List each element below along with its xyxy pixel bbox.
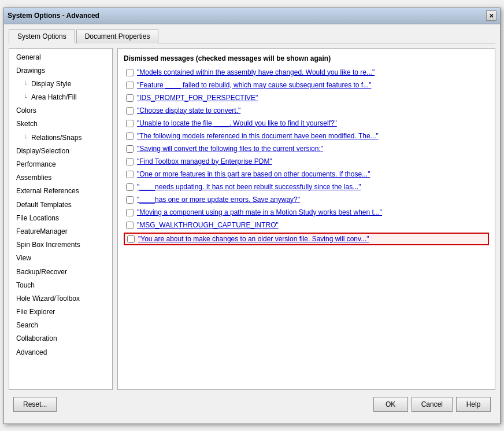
window-title: System Options - Advanced (8, 12, 99, 20)
sidebar-item-hole-wizard[interactable]: Hole Wizard/Toolbox (9, 292, 112, 305)
main-panel: Dismissed messages (checked messages wil… (117, 48, 495, 390)
message-item-5: "The following models referenced in this… (124, 131, 489, 141)
message-text-6[interactable]: "Saving will convert the following files… (137, 145, 323, 153)
tree-icon: └ (23, 134, 30, 143)
message-text-13[interactable]: "You are about to make changes to an old… (138, 235, 369, 243)
message-text-2[interactable]: "IDS_PROMPT_FOR_PERSPECTIVE" (137, 94, 258, 102)
message-item-3: "Choose display state to convert." (124, 105, 489, 116)
message-item-7: "Find Toolbox managed by Enterprise PDM" (124, 156, 489, 167)
message-text-10[interactable]: "____has one or more update errors. Save… (137, 196, 300, 204)
message-text-8[interactable]: "One or more features in this part are b… (137, 170, 370, 178)
content-area: General Drawings └Display Style └Area Ha… (9, 48, 495, 390)
message-item-4: "Unable to locate the file ____. Would y… (124, 118, 489, 128)
sidebar-item-spin-box[interactable]: Spin Box Increments (9, 238, 112, 252)
message-checkbox-3[interactable] (126, 107, 134, 115)
message-checkbox-2[interactable] (126, 94, 134, 102)
message-text-1[interactable]: "Feature ____ failed to rebuild, which m… (137, 81, 371, 89)
message-checkbox-10[interactable] (126, 196, 134, 204)
message-text-9[interactable]: "____needs updating. It has not been reb… (137, 183, 361, 191)
message-checkbox-1[interactable] (126, 82, 134, 89)
main-panel-title: Dismissed messages (checked messages wil… (124, 54, 489, 62)
reset-button[interactable]: Reset... (13, 397, 57, 412)
sidebar-item-search[interactable]: Search (9, 319, 112, 332)
sidebar-item-relations-snaps[interactable]: └Relations/Snaps (9, 131, 112, 145)
message-checkbox-13[interactable] (127, 235, 135, 243)
message-checkbox-5[interactable] (126, 132, 134, 140)
message-checkbox-9[interactable] (126, 183, 134, 191)
sidebar-item-colors[interactable]: Colors (9, 104, 112, 117)
message-checkbox-7[interactable] (126, 158, 134, 165)
tab-document-properties[interactable]: Document Properties (76, 30, 159, 43)
sidebar-item-file-explorer[interactable]: File Explorer (9, 305, 112, 319)
sidebar-item-advanced[interactable]: Advanced (9, 346, 112, 359)
message-item-9: "____needs updating. It has not been reb… (124, 182, 489, 192)
message-text-4[interactable]: "Unable to locate the file ____. Would y… (137, 119, 337, 127)
message-item-2: "IDS_PROMPT_FOR_PERSPECTIVE" (124, 93, 489, 103)
message-checkbox-4[interactable] (126, 120, 134, 127)
tree-icon: └ (23, 80, 30, 89)
sidebar-item-performance[interactable]: Performance (9, 158, 112, 171)
tab-system-options[interactable]: System Options (9, 30, 75, 43)
message-item-11: "Moving a component using a path mate in… (124, 207, 489, 218)
window-body: System Options Document Properties Gener… (4, 24, 500, 423)
sidebar-item-file-locations[interactable]: File Locations (9, 212, 112, 225)
message-item-1: "Feature ____ failed to rebuild, which m… (124, 80, 489, 90)
sidebar-item-backup-recover[interactable]: Backup/Recover (9, 266, 112, 279)
messages-list: "Models contained within the assembly ha… (124, 67, 489, 248)
tree-icon: └ (23, 93, 30, 102)
sidebar-item-display-selection[interactable]: Display/Selection (9, 145, 112, 158)
message-checkbox-6[interactable] (126, 145, 134, 153)
bottom-bar: Reset... OK Cancel Help (9, 390, 495, 419)
message-text-0[interactable]: "Models contained within the assembly ha… (137, 68, 375, 76)
message-item-13: "You are about to make changes to an old… (124, 233, 489, 245)
message-text-7[interactable]: "Find Toolbox managed by Enterprise PDM" (137, 157, 272, 165)
sidebar-item-sketch[interactable]: Sketch (9, 117, 112, 131)
message-item-0: "Models contained within the assembly ha… (124, 67, 489, 78)
sidebar-item-collaboration[interactable]: Collaboration (9, 332, 112, 345)
message-text-3[interactable]: "Choose display state to convert." (137, 106, 240, 115)
sidebar-item-default-templates[interactable]: Default Templates (9, 198, 112, 212)
message-text-12[interactable]: "MSG_WALKTHROUGH_CAPTURE_INTRO" (137, 221, 279, 229)
message-text-11[interactable]: "Moving a component using a path mate in… (137, 208, 382, 216)
message-checkbox-12[interactable] (126, 222, 134, 229)
sidebar-item-touch[interactable]: Touch (9, 279, 112, 292)
message-checkbox-11[interactable] (126, 209, 134, 216)
sidebar-item-view[interactable]: View (9, 252, 112, 265)
message-checkbox-0[interactable] (126, 69, 134, 76)
sidebar-item-drawings[interactable]: Drawings (9, 64, 112, 78)
message-item-6: "Saving will convert the following files… (124, 143, 489, 154)
footer-buttons: OK Cancel Help (373, 397, 491, 412)
title-bar: System Options - Advanced ✕ (4, 8, 500, 24)
close-button[interactable]: ✕ (486, 10, 496, 21)
main-window: System Options - Advanced ✕ System Optio… (3, 8, 501, 424)
message-item-12: "MSG_WALKTHROUGH_CAPTURE_INTRO" (124, 220, 489, 230)
cancel-button[interactable]: Cancel (412, 397, 453, 412)
message-checkbox-8[interactable] (126, 171, 134, 178)
sidebar-item-external-references[interactable]: External References (9, 185, 112, 198)
ok-button[interactable]: OK (373, 397, 408, 412)
message-text-5[interactable]: "The following models referenced in this… (137, 132, 379, 140)
sidebar: General Drawings └Display Style └Area Ha… (9, 48, 113, 390)
sidebar-item-featuremanager[interactable]: FeatureManager (9, 225, 112, 238)
sidebar-item-general[interactable]: General (9, 51, 112, 64)
message-item-10: "____has one or more update errors. Save… (124, 194, 489, 205)
sidebar-item-display-style[interactable]: └Display Style (9, 78, 112, 91)
sidebar-item-area-hatch[interactable]: └Area Hatch/Fill (9, 91, 112, 104)
tab-bar: System Options Document Properties (9, 29, 495, 43)
help-button[interactable]: Help (456, 397, 491, 412)
sidebar-item-assemblies[interactable]: Assemblies (9, 171, 112, 185)
message-item-8: "One or more features in this part are b… (124, 169, 489, 179)
